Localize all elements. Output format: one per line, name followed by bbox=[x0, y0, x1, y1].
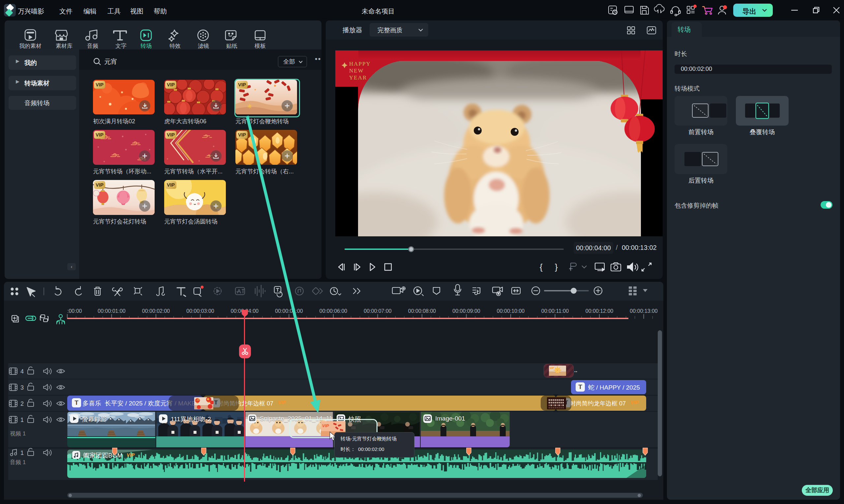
svg-text:00:00:12:00: 00:00:12:00 bbox=[586, 308, 613, 314]
svg-text:00:00:10:00: 00:00:10:00 bbox=[497, 308, 525, 314]
svg-text:VIP: VIP bbox=[322, 423, 329, 428]
svg-text:3: 3 bbox=[20, 384, 24, 391]
svg-text:4: 4 bbox=[20, 368, 24, 375]
svg-text:VIP: VIP bbox=[195, 399, 200, 402]
svg-text:00:00:07:00: 00:00:07:00 bbox=[364, 308, 392, 314]
svg-text:1: 1 bbox=[20, 450, 24, 456]
svg-text:00:00:11:00: 00:00:11:00 bbox=[541, 308, 569, 314]
svg-text:}: } bbox=[555, 262, 558, 272]
svg-text:00:00:05:00: 00:00:05:00 bbox=[275, 308, 303, 314]
svg-text:00:00:13:00: 00:00:13:00 bbox=[630, 308, 658, 314]
svg-text:{: { bbox=[540, 262, 543, 272]
svg-text:视频 1: 视频 1 bbox=[10, 431, 26, 437]
svg-text:00:00:02:00: 00:00:02:00 bbox=[142, 308, 170, 314]
svg-text:00:00:09:00: 00:00:09:00 bbox=[452, 308, 480, 314]
svg-text:00:00:08:00: 00:00:08:00 bbox=[408, 308, 436, 314]
svg-text:00:00:03:00: 00:00:03:00 bbox=[186, 308, 214, 314]
svg-text:HAPPY: HAPPY bbox=[349, 61, 371, 67]
svg-text:2: 2 bbox=[20, 400, 24, 407]
svg-text:NEW: NEW bbox=[349, 68, 364, 74]
svg-text:00:00:01:00: 00:00:01:00 bbox=[97, 308, 126, 314]
svg-text:YEAR: YEAR bbox=[349, 74, 367, 81]
svg-text:VIP: VIP bbox=[550, 366, 554, 370]
svg-text:音频 1: 音频 1 bbox=[10, 459, 26, 465]
svg-text:1: 1 bbox=[20, 417, 24, 423]
svg-text:00:00:06:00: 00:00:06:00 bbox=[320, 308, 347, 314]
